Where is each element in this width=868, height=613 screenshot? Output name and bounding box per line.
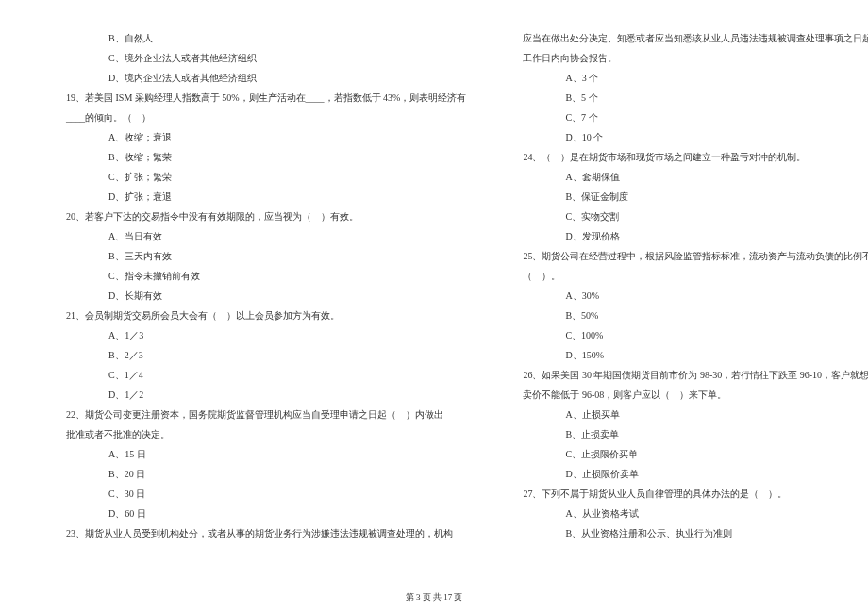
right-column: 应当在做出处分决定、知悉或者应当知悉该从业人员违法违规被调查处理事项之日起（ ）… bbox=[494, 28, 868, 585]
q23-cont1: 应当在做出处分决定、知悉或者应当知悉该从业人员违法违规被调查处理事项之日起（ ） bbox=[494, 28, 868, 48]
q27-text: 27、下列不属于期货从业人员自律管理的具体办法的是（ ）。 bbox=[494, 484, 868, 504]
q25-option-b: B、50% bbox=[494, 306, 868, 325]
q26-text: 26、如果美国 30 年期国债期货目前市价为 98-30，若行情往下跌至 96-… bbox=[494, 365, 868, 385]
q22-option-b: B、20 日 bbox=[38, 464, 466, 484]
q24-option-b: B、保证金制度 bbox=[494, 187, 868, 207]
q19-option-a: A、收缩；衰退 bbox=[38, 127, 466, 147]
q22-option-d: D、60 日 bbox=[38, 504, 466, 523]
q20-text: 20、若客户下达的交易指令中没有有效期限的，应当视为（ ）有效。 bbox=[38, 207, 466, 226]
q19-text: 19、若美国 ISM 采购经理人指数高于 50%，则生产活动在____，若指数低… bbox=[38, 88, 466, 108]
q24-option-c: C、实物交割 bbox=[494, 207, 868, 226]
q25-option-d: D、150% bbox=[494, 345, 868, 365]
q23-cont2: 工作日内向协会报告。 bbox=[494, 48, 868, 68]
q21-option-b: B、2／3 bbox=[38, 345, 466, 365]
q22-cont: 批准或者不批准的决定。 bbox=[38, 424, 466, 444]
q19-option-d: D、扩张；衰退 bbox=[38, 187, 466, 207]
q19-option-c: C、扩张；繁荣 bbox=[38, 167, 466, 187]
left-column: B、自然人 C、境外企业法人或者其他经济组织 D、境内企业法人或者其他经济组织 … bbox=[38, 28, 466, 585]
q26-option-d: D、止损限价卖单 bbox=[494, 464, 868, 484]
q27-option-b: B、从业资格注册和公示、执业行为准则 bbox=[494, 523, 868, 543]
q18-option-c: C、境外企业法人或者其他经济组织 bbox=[38, 48, 466, 68]
q21-option-c: C、1／4 bbox=[38, 365, 466, 385]
q27-option-a: A、从业资格考试 bbox=[494, 504, 868, 523]
q24-option-d: D、发现价格 bbox=[494, 226, 868, 246]
q26-option-a: A、止损买单 bbox=[494, 405, 868, 424]
q18-option-d: D、境内企业法人或者其他经济组织 bbox=[38, 68, 466, 88]
q23-text: 23、期货从业人员受到机构处分，或者从事的期货业务行为涉嫌违法违规被调查处理的，… bbox=[38, 523, 466, 543]
q25-option-a: A、30% bbox=[494, 286, 868, 306]
q20-option-d: D、长期有效 bbox=[38, 286, 466, 306]
q19-cont: ____的倾向。（ ） bbox=[38, 108, 466, 127]
page-footer: 第 3 页 共 17 页 bbox=[0, 591, 868, 604]
q21-text: 21、会员制期货交易所会员大会有（ ）以上会员参加方为有效。 bbox=[38, 306, 466, 325]
q25-cont: （ ）。 bbox=[494, 266, 868, 286]
q21-option-d: D、1／2 bbox=[38, 385, 466, 405]
q25-text: 25、期货公司在经营过程中，根据风险监管指标标准，流动资产与流动负债的比例不得低… bbox=[494, 246, 868, 266]
page-content: B、自然人 C、境外企业法人或者其他经济组织 D、境内企业法人或者其他经济组织 … bbox=[38, 28, 830, 585]
q19-option-b: B、收缩；繁荣 bbox=[38, 147, 466, 167]
q26-option-b: B、止损卖单 bbox=[494, 424, 868, 444]
q22-option-c: C、30 日 bbox=[38, 484, 466, 504]
q20-option-a: A、当日有效 bbox=[38, 226, 466, 246]
q23-option-d: D、10 个 bbox=[494, 127, 868, 147]
q18-option-b: B、自然人 bbox=[38, 28, 466, 48]
q26-cont: 卖价不能低于 96-08，则客户应以（ ）来下单。 bbox=[494, 385, 868, 405]
q26-option-c: C、止损限价买单 bbox=[494, 444, 868, 464]
q23-option-b: B、5 个 bbox=[494, 88, 868, 108]
q24-option-a: A、套期保值 bbox=[494, 167, 868, 187]
q21-option-a: A、1／3 bbox=[38, 325, 466, 345]
q25-option-c: C、100% bbox=[494, 325, 868, 345]
q24-text: 24、（ ）是在期货市场和现货市场之间建立一种盈亏对冲的机制。 bbox=[494, 147, 868, 167]
q22-text: 22、期货公司变更注册资本，国务院期货监督管理机构应当自受理申请之日起（ ）内做… bbox=[38, 405, 466, 424]
q22-option-a: A、15 日 bbox=[38, 444, 466, 464]
q20-option-b: B、三天内有效 bbox=[38, 246, 466, 266]
q23-option-c: C、7 个 bbox=[494, 108, 868, 127]
q23-option-a: A、3 个 bbox=[494, 68, 868, 88]
q20-option-c: C、指令未撤销前有效 bbox=[38, 266, 466, 286]
